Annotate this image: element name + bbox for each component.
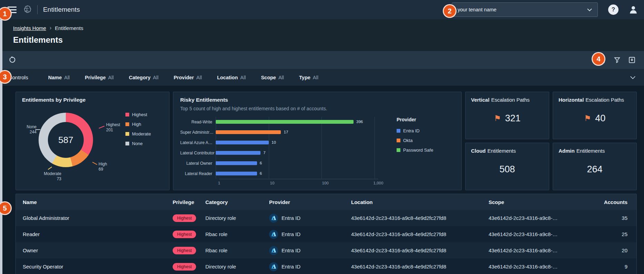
col-header-category[interactable]: Category (205, 199, 269, 205)
cell-category: Rbac role (205, 231, 269, 237)
risky-entitlements-bar-chart: Read-Write 396 Super Administr… 17 Later… (180, 117, 378, 186)
bar-row: Lateral Owner 6 (180, 158, 378, 169)
col-header-location[interactable]: Location (351, 199, 489, 205)
donut-center: 587 (48, 122, 84, 158)
cell-name: Security Operator (23, 264, 173, 270)
bar-row: Super Administr… 17 (180, 127, 378, 138)
cell-category: Directory role (205, 215, 269, 221)
legend-swatch (125, 113, 129, 116)
breadcrumb-current: Entitlements (55, 25, 83, 31)
flag-icon: ⚑ (584, 114, 591, 122)
table-row[interactable]: Reader Highest Rbac role Entra ID 43e614… (16, 226, 636, 242)
page-title: Entitlements (13, 35, 644, 45)
tenant-selector[interactable]: your tenant name (452, 2, 598, 17)
bar (216, 161, 257, 165)
entra-id-icon (269, 262, 278, 271)
bar-value: 7 (263, 151, 265, 155)
cell-category: Rbac role (205, 247, 269, 253)
col-header-scope[interactable]: Scope (489, 199, 595, 205)
donut-card-title: Entitlements by Privilege (22, 97, 163, 103)
privilege-badge: Highest (173, 247, 196, 254)
filter-scope[interactable]: ScopeAll (261, 74, 284, 81)
cell-privilege: Highest (173, 263, 205, 271)
legend-item-entra-id: Entra ID (397, 128, 433, 133)
donut-label-highest: Highest201 (106, 122, 120, 133)
x-axis: 1 10 100 1,000 (180, 179, 378, 186)
cell-name: Global Administrator (23, 215, 173, 221)
bar (216, 172, 257, 175)
x-tick: 1,000 (374, 181, 384, 185)
col-header-accounts[interactable]: Accounts (595, 199, 636, 205)
entra-id-icon (269, 246, 278, 255)
help-button[interactable]: ? (608, 4, 619, 15)
cell-provider: Entra ID (269, 214, 351, 223)
privilege-badge: Highest (173, 263, 196, 271)
bar-value: 396 (356, 120, 363, 124)
provider-legend-title: Provider (397, 117, 433, 122)
cell-privilege: Highest (173, 214, 205, 222)
page-header-band: Insights Home › Entitlements Entitlement… (0, 19, 644, 51)
legend-item-high: High (125, 122, 151, 127)
bar (216, 151, 260, 155)
legend-swatch (125, 142, 129, 145)
provider-legend: Provider Entra ID Okta Password Safe (397, 117, 433, 153)
cell-category: Directory role (205, 264, 269, 270)
legend-swatch (397, 139, 400, 142)
filter-type[interactable]: TypeAll (299, 74, 318, 81)
user-avatar-button[interactable] (628, 4, 638, 15)
table-row[interactable]: Security Operator Highest Directory role… (16, 258, 636, 274)
cell-location: 43e6142d-2c23-4316-a9c8-4e9d2fc27fd8 (351, 231, 489, 237)
controls-collapse-chevron-icon[interactable] (630, 76, 636, 79)
cell-location: 43e6142d-2c23-4316-a9c8-4e9d2fc27fd8 (351, 247, 489, 253)
callout-2: 2 (443, 4, 457, 18)
export-download-icon[interactable] (628, 56, 636, 64)
vertical-escalation-paths-card: VerticalEscalation Paths ⚑321 (465, 92, 549, 139)
breadcrumb-insights-home-link[interactable]: Insights Home (13, 25, 46, 31)
question-mark-icon: ? (612, 6, 615, 13)
donut-legend: Highest High Moderate None (125, 112, 151, 146)
bar-row: Lateral Azure A… 10 (180, 138, 378, 148)
donut-connector-moderate (48, 166, 52, 170)
tenant-selector-value: your tenant name (458, 7, 497, 12)
filter-name[interactable]: NameAll (48, 74, 70, 81)
cloud-entitlements-card: CloudEntitlements 508 (465, 143, 549, 190)
legend-swatch (397, 148, 400, 152)
table-row[interactable]: Global Administrator Highest Directory r… (16, 210, 636, 226)
legend-item-moderate: Moderate (125, 131, 151, 136)
table-row[interactable]: Owner Highest Rbac role Entra ID 43e6142… (16, 242, 636, 258)
col-header-provider[interactable]: Provider (269, 199, 351, 205)
top-bar: Entitlements your tenant name ? (0, 0, 644, 19)
donut-label-none: None244 (19, 124, 37, 135)
cell-location: 43e6142d-2c23-4316-a9c8-4e9d2fc27fd8 (351, 215, 489, 221)
legend-item-none: None (125, 141, 151, 146)
privilege-donut-ring: 587 (39, 113, 93, 167)
callout-4: 4 (592, 52, 605, 66)
cell-provider: Entra ID (269, 262, 351, 271)
callout-5: 5 (0, 201, 12, 215)
table-header-row: Name Privilege Category Provider Locatio… (16, 194, 636, 210)
stat-value: 40 (595, 113, 605, 124)
filter-funnel-icon[interactable] (614, 56, 621, 64)
bar-row: Read-Write 396 (180, 117, 378, 127)
privilege-badge: Highest (173, 214, 196, 222)
stat-value: 321 (505, 113, 521, 124)
stat-value: 508 (499, 164, 515, 175)
refresh-icon[interactable] (8, 56, 16, 64)
col-header-name[interactable]: Name (23, 199, 173, 205)
bar-value: 6 (260, 161, 262, 165)
bars-card-subtitle: Top 5 count of high and highest entitlem… (180, 106, 454, 111)
bar (216, 120, 354, 124)
x-tick: 100 (322, 181, 328, 185)
cell-scope: 43e6142d-2c23-4316-a9c8-… (489, 264, 595, 270)
cell-accounts: 25 (595, 231, 636, 237)
filter-category[interactable]: CategoryAll (129, 74, 159, 81)
cell-scope: 43e6142d-2c23-4316-a9c8-… (489, 215, 595, 221)
cell-provider: Entra ID (269, 230, 351, 239)
col-header-privilege[interactable]: Privilege (173, 199, 205, 205)
page-edge-strip (0, 19, 2, 274)
cell-scope: 43e6142d-2c23-4316-a9c8-… (489, 247, 595, 253)
filter-provider[interactable]: ProviderAll (174, 74, 202, 81)
breadcrumb: Insights Home › Entitlements (13, 25, 644, 31)
filter-privilege[interactable]: PrivilegeAll (85, 74, 114, 81)
filter-location[interactable]: LocationAll (217, 74, 246, 81)
